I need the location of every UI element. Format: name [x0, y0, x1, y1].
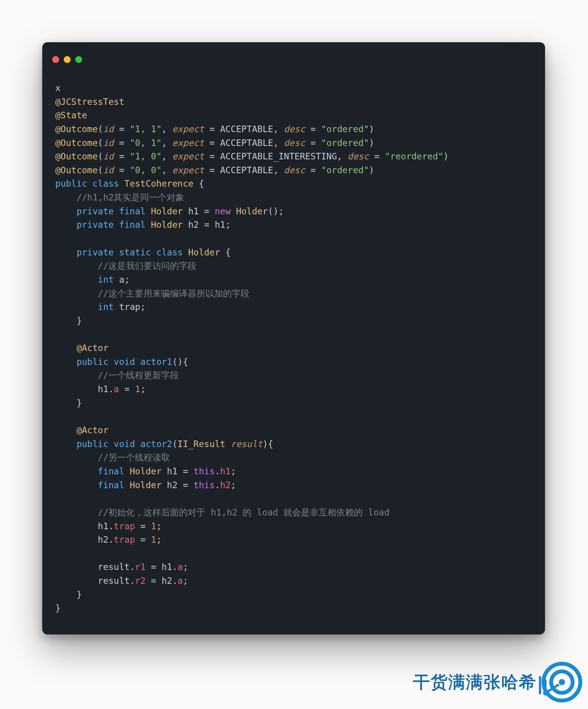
- prop: a: [178, 576, 183, 586]
- outcome-desc: reordered: [390, 151, 438, 161]
- comment: //这是我们要访问的字段: [98, 261, 197, 271]
- code-window: x @JCStressTest @State @Outcome(id = "1,…: [42, 42, 545, 634]
- annotation-outcome: @Outcome: [55, 151, 98, 161]
- outcome-id: 1, 1: [135, 124, 156, 134]
- type: Holder: [130, 480, 162, 490]
- outcome-id: 0, 1: [135, 138, 156, 148]
- expr: h1: [215, 220, 226, 230]
- outcome-desc: ordered: [326, 138, 363, 148]
- prop: r2: [135, 576, 146, 586]
- expr: h2: [162, 576, 172, 586]
- method-name: actor2: [140, 439, 172, 449]
- class-name: TestCoherence: [124, 179, 193, 189]
- watermark: 干货满满张哈希: [413, 659, 585, 705]
- num: 1: [135, 384, 140, 394]
- kw-public: public: [76, 439, 108, 449]
- field: h2: [188, 220, 199, 230]
- kw-void: void: [114, 439, 135, 449]
- kw-public: public: [76, 357, 108, 367]
- kw-mods: private final: [76, 206, 145, 216]
- outcome-id: 0, 0: [135, 165, 156, 175]
- field: h1: [188, 206, 199, 216]
- type: Holder: [151, 220, 183, 230]
- kw-public: public: [55, 179, 87, 189]
- kw-this: this: [193, 480, 215, 490]
- annotation-state: @State: [55, 110, 87, 120]
- type: II_Result: [178, 439, 226, 449]
- var: h2: [167, 480, 178, 490]
- type: Holder: [151, 206, 183, 216]
- expr: h1: [98, 384, 109, 394]
- num: 1: [151, 535, 156, 545]
- annotation-jcstress: @JCStressTest: [55, 97, 124, 107]
- annotation-actor: @Actor: [76, 425, 108, 435]
- watermark-text: 干货满满张哈希: [413, 671, 537, 694]
- outcome-expect: ACCEPTABLE_INTERESTING: [220, 151, 337, 161]
- prop: a: [114, 384, 119, 394]
- prop: trap: [114, 535, 135, 545]
- expr: h2: [98, 535, 109, 545]
- field: a: [119, 275, 124, 285]
- expr: result: [98, 562, 130, 572]
- kw-mods: private final: [76, 220, 145, 230]
- minimize-icon[interactable]: [64, 56, 71, 63]
- outcome-desc: ordered: [326, 124, 363, 134]
- prop: a: [178, 562, 183, 572]
- prop: r1: [135, 562, 146, 572]
- expr: h1: [162, 562, 172, 572]
- outcome-expect: ACCEPTABLE: [220, 138, 273, 148]
- kw-type: int: [98, 302, 114, 312]
- method-name: actor1: [140, 357, 172, 367]
- outcome-id: 1, 0: [135, 151, 156, 161]
- var: h1: [167, 466, 178, 476]
- code-block: x @JCStressTest @State @Outcome(id = "1,…: [42, 68, 545, 619]
- prop: trap: [114, 521, 135, 531]
- comment: //这个主要用来骗编译器所以加的字段: [98, 288, 250, 298]
- outcome-expect: ACCEPTABLE: [220, 124, 273, 134]
- expr: result: [98, 576, 130, 586]
- comment: //初始化，这样后面的对于 h1,h2 的 load 就会是非互相依赖的 loa…: [98, 507, 390, 517]
- comment: //一个线程更新字段: [98, 370, 179, 380]
- kw-mods: private static class: [76, 247, 183, 257]
- prop: h2: [220, 480, 231, 490]
- comment: //h1,h2其实是同一个对象: [76, 192, 184, 202]
- svg-point-2: [559, 679, 565, 685]
- window-titlebar: [42, 42, 545, 68]
- comment: //另一个线程读取: [98, 452, 170, 462]
- watermark-icon: [539, 659, 585, 705]
- zoom-icon[interactable]: [75, 56, 82, 63]
- kw-void: void: [114, 357, 135, 367]
- annotation-outcome: @Outcome: [55, 138, 98, 148]
- type: Holder: [130, 466, 162, 476]
- field: trap: [119, 302, 140, 312]
- annotation-outcome: @Outcome: [55, 165, 98, 175]
- header-x: x: [55, 83, 61, 93]
- outcome-desc: ordered: [326, 165, 363, 175]
- kw-new: new: [215, 206, 231, 216]
- kw-final: final: [98, 480, 124, 490]
- annotation-actor: @Actor: [76, 343, 108, 353]
- kw-this: this: [193, 466, 215, 476]
- kw-type: int: [98, 275, 114, 285]
- type: Holder: [236, 206, 268, 216]
- num: 1: [151, 521, 156, 531]
- class-name: Holder: [188, 247, 220, 257]
- param: result: [231, 439, 263, 449]
- outcome-expect: ACCEPTABLE: [220, 165, 273, 175]
- close-icon[interactable]: [52, 56, 59, 63]
- kw-final: final: [98, 466, 124, 476]
- annotation-outcome: @Outcome: [55, 124, 98, 134]
- expr: h1: [98, 521, 109, 531]
- kw-class: class: [92, 179, 119, 189]
- prop: h1: [220, 466, 231, 476]
